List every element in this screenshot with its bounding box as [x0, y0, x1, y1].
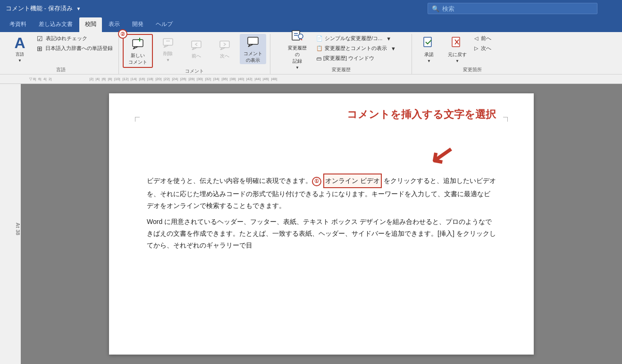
delete-dropdown-icon: ▼: [166, 58, 170, 62]
next-change-icon: ▷: [474, 45, 478, 51]
gengo-label: 言語: [16, 51, 24, 58]
henkourireki-dropdown: 📄 シンプルな変更履歴/コ... ▼ 📋 変更履歴とコメントの表示 ▼ 🗃 [変…: [314, 34, 398, 63]
group-gengo-label: 言語: [56, 66, 66, 74]
prev-change-icon: ◁: [474, 35, 478, 41]
btn-prev-change[interactable]: ◁ 前へ: [472, 34, 529, 43]
record-changes-label: 変更履歴の記録: [287, 45, 308, 65]
approve-icon: [422, 35, 436, 50]
title-bar: コメント機能 - 保存済み ▼ 🔍: [0, 0, 622, 17]
show-comment-label: コメントの表示: [244, 50, 262, 64]
revert-icon: [451, 35, 464, 50]
btn-gengo-a[interactable]: A 言語 ▼: [7, 34, 33, 64]
revert-label: 元に戻す: [448, 51, 467, 58]
dropdown-window[interactable]: 🗃 [変更履歴] ウインドウ: [314, 54, 398, 63]
btn-record-changes[interactable]: 変更履歴の記録 ▼: [284, 34, 311, 64]
svg-marker-10: [220, 48, 225, 50]
show-comment-icon: [246, 34, 260, 50]
svg-rect-0: [133, 40, 143, 47]
ruler-ticks-left: 8| 6| 4| 2|: [33, 77, 51, 81]
dropdown-show-icon: 📋: [316, 45, 323, 51]
dropdown-show-label: 変更履歴とコメントの表示: [325, 45, 387, 52]
dropdown-window-label: [変更履歴] ウインドウ: [323, 55, 374, 62]
new-comment-wrapper: ② 新しいコメント: [123, 34, 153, 68]
hyouki-yure-icon: ☑: [37, 35, 43, 42]
dropdown-simple-label: シンプルな変更履歴/コ...: [325, 35, 382, 42]
group-gengo: A 言語 ▼ ☑ 表記ゆれチェック ⊞ 日本語入力辞書への単語登録 言語: [3, 34, 119, 74]
ruler-marker: ▽: [29, 77, 32, 81]
delete-icon: [162, 36, 174, 50]
circle-badge-1: ①: [312, 177, 321, 186]
main-area: At 38 コメントを挿入する文字を選択 ↙ ビデオを使うと、伝えたい内容を明確…: [0, 84, 622, 364]
record-changes-dropdown: ▼: [295, 66, 299, 70]
dropdown-simple-expand: ▼: [386, 36, 391, 41]
title-bar-left: コメント機能 - 保存済み ▼: [6, 4, 428, 13]
new-comment-icon: [131, 36, 144, 51]
svg-rect-4: [163, 39, 173, 45]
tab-kouetu[interactable]: 校閲: [79, 17, 102, 32]
btn-tango-touroku[interactable]: ⊞ 日本語入力辞書への単語登録: [35, 44, 115, 53]
side-margin: At 38: [0, 84, 21, 364]
gengo-small-btns: ☑ 表記ゆれチェック ⊞ 日本語入力辞書への単語登録: [35, 34, 115, 53]
btn-approve[interactable]: 承諾 ▼: [416, 34, 442, 64]
gengo-buttons: A 言語 ▼ ☑ 表記ゆれチェック ⊞ 日本語入力辞書への単語登録: [7, 34, 115, 66]
svg-rect-7: [192, 41, 201, 48]
henkousho-buttons: 承諾 ▼ 元に戻す ▼ ◁ 前へ: [416, 34, 529, 66]
group-henkourireki: 変更履歴の記録 ▼ 📄 シンプルな変更履歴/コ... ▼ 📋 変更履歴とコメント…: [270, 34, 412, 74]
title-text: コメント機能 - 保存済み: [6, 4, 73, 13]
group-henkousho: 承諾 ▼ 元に戻す ▼ ◁ 前へ: [412, 34, 533, 74]
revert-dropdown: ▼: [455, 59, 459, 63]
tab-kaihatsu[interactable]: 開発: [126, 17, 149, 32]
comment-buttons: ② 新しいコメント: [123, 34, 266, 68]
next-comment-label: 次へ: [220, 53, 229, 59]
tab-sanko[interactable]: 考資料: [4, 17, 32, 32]
ruler-content: ▽ 8| 6| 4| 2| |2| |4| |6| |8| |10| |12| …: [1, 77, 621, 81]
paragraph-1: ビデオを使うと、伝えたい内容を明確に表現できます。①オンライン ビデオ をクリッ…: [147, 174, 496, 212]
gengo-dropdown-icon: ▼: [18, 58, 22, 63]
btn-next-comment[interactable]: 次へ: [211, 34, 238, 64]
btn-prev-comment[interactable]: 前へ: [183, 34, 210, 64]
dropdown-simple[interactable]: 📄 シンプルな変更履歴/コ... ▼: [314, 34, 398, 43]
btn-new-comment-highlight: 新しいコメント: [123, 34, 153, 68]
record-changes-icon: [291, 29, 304, 44]
btn-hyouki-yure[interactable]: ☑ 表記ゆれチェック: [35, 34, 115, 43]
search-icon: 🔍: [432, 5, 439, 12]
svg-marker-5: [164, 45, 168, 48]
group-henkourireki-label: 変更履歴: [332, 66, 351, 74]
prev-change-label: 前へ: [481, 35, 491, 42]
hyouki-yure-label: 表記ゆれチェック: [46, 35, 87, 42]
group-comment: ② 新しいコメント: [119, 34, 270, 74]
btn-new-comment[interactable]: 新しいコメント: [125, 36, 151, 66]
btn-revert[interactable]: 元に戻す ▼: [444, 34, 471, 64]
next-comment-icon: [219, 39, 230, 52]
search-box[interactable]: 🔍: [428, 3, 597, 14]
ribbon: A 言語 ▼ ☑ 表記ゆれチェック ⊞ 日本語入力辞書への単語登録 言語 ②: [0, 32, 622, 74]
dropdown-window-icon: 🗃: [316, 56, 321, 61]
paragraph-2: Word に用意されているヘッダー、フッター、表紙、テキスト ボックス デザイン…: [147, 216, 496, 252]
tab-sashikomi[interactable]: 差し込み文書: [33, 17, 78, 32]
henkousho-nav: ◁ 前へ ▷ 次へ: [472, 34, 529, 53]
btn-show-comment[interactable]: コメントの表示: [240, 34, 266, 64]
group-henkousho-label: 変更箇所: [463, 66, 482, 74]
btn-next-change[interactable]: ▷ 次へ: [472, 44, 529, 53]
svg-rect-9: [220, 41, 229, 48]
svg-rect-11: [248, 37, 258, 44]
doc-page: コメントを挿入する文字を選択 ↙ ビデオを使うと、伝えたい内容を明確に表現できま…: [109, 93, 534, 355]
dropdown-show-changes[interactable]: 📋 変更履歴とコメントの表示 ▼: [314, 44, 398, 53]
delete-label: 削除: [163, 50, 173, 57]
para1-before: ビデオを使うと、伝えたい内容を明確に表現できます。: [147, 177, 312, 184]
btn-delete-comment[interactable]: 削除 ▼: [155, 34, 181, 64]
svg-marker-8: [192, 48, 197, 50]
tab-help[interactable]: ヘルプ: [150, 17, 178, 32]
doc-area[interactable]: コメントを挿入する文字を選択 ↙ ビデオを使うと、伝えたい内容を明確に表現できま…: [21, 84, 622, 364]
highlighted-text: オンライン ビデオ: [323, 174, 382, 188]
next-change-label: 次へ: [481, 45, 491, 52]
dropdown-show-expand: ▼: [391, 46, 396, 51]
ribbon-tabs: 考資料 差し込み文書 校閲 表示 開発 ヘルプ: [0, 17, 622, 32]
new-comment-label: 新しいコメント: [128, 52, 147, 66]
search-input[interactable]: [442, 5, 593, 12]
prev-icon: [191, 39, 202, 52]
ruler-ticks-right: |2| |4| |6| |8| |10| |12| |14| |16| |18|…: [89, 77, 277, 81]
annotation-label: コメントを挿入する文字を選択: [347, 108, 496, 122]
svg-rect-17: [424, 37, 431, 47]
title-dropdown-icon[interactable]: ▼: [76, 6, 81, 11]
